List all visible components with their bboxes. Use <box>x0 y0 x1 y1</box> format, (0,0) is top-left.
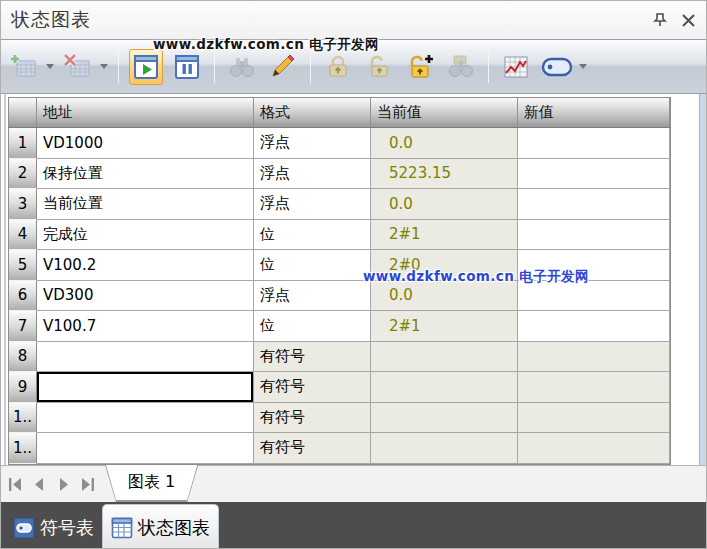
lock-force-all-button[interactable] <box>403 49 437 85</box>
format-cell[interactable]: 浮点 <box>254 159 371 190</box>
address-cell[interactable]: 完成位 <box>37 220 254 251</box>
new-value-cell[interactable] <box>518 372 670 403</box>
prev-sheet-icon[interactable] <box>32 476 47 492</box>
table-row: 9 有符号 <box>9 372 670 403</box>
lock-unforce-button[interactable] <box>362 49 396 85</box>
new-value-cell[interactable] <box>518 311 670 342</box>
current-value-cell[interactable] <box>371 403 518 434</box>
row-number-cell[interactable]: 1.. <box>9 403 37 434</box>
address-cell[interactable] <box>37 342 254 373</box>
title-bar: 状态图表 <box>1 1 706 39</box>
row-number-cell[interactable]: 8 <box>9 342 37 373</box>
format-cell[interactable]: 浮点 <box>254 189 371 220</box>
current-value-cell[interactable]: 0.0 <box>371 281 518 312</box>
delete-chart-dropdown-arrow-icon[interactable] <box>100 64 108 69</box>
address-cell[interactable] <box>37 372 254 403</box>
current-value-cell[interactable]: 2#1 <box>371 311 518 342</box>
new-value-cell[interactable] <box>518 281 670 312</box>
table-row: 4 完成位 位 2#1 <box>9 220 670 251</box>
current-value-cell[interactable]: 5223.15 <box>371 159 518 190</box>
tag-button[interactable] <box>540 49 574 85</box>
format-cell[interactable]: 有符号 <box>254 372 371 403</box>
sheet-tab-label: 图表 1 <box>106 465 197 500</box>
pencil-write-button[interactable] <box>266 49 300 85</box>
row-number-cell[interactable]: 6 <box>9 281 37 312</box>
row-number-cell[interactable]: 7 <box>9 311 37 342</box>
address-cell[interactable]: V100.2 <box>37 250 254 281</box>
last-sheet-icon[interactable] <box>80 476 95 492</box>
address-cell[interactable] <box>37 403 254 434</box>
first-sheet-icon[interactable] <box>8 476 23 492</box>
next-sheet-icon[interactable] <box>56 476 71 492</box>
status-chart-table-icon <box>111 517 133 539</box>
delete-chart-table-button[interactable] <box>61 49 95 85</box>
row-number-cell[interactable]: 4 <box>9 220 37 251</box>
lock-force-button[interactable] <box>321 49 355 85</box>
current-value-cell[interactable]: 2#0 <box>371 250 518 281</box>
add-chart-table-button[interactable] <box>7 49 41 85</box>
sheet-tab-bar: 图表 1 <box>1 465 706 502</box>
address-cell[interactable] <box>37 433 254 464</box>
format-cell[interactable]: 位 <box>254 250 371 281</box>
header-address[interactable]: 地址 <box>37 98 254 127</box>
current-value-cell[interactable] <box>371 372 518 403</box>
address-cell[interactable]: 当前位置 <box>37 189 254 220</box>
address-cell[interactable]: VD300 <box>37 281 254 312</box>
new-value-cell[interactable] <box>518 250 670 281</box>
tab-symbol-table-label: 符号表 <box>40 516 94 540</box>
tab-symbol-table[interactable]: 符号表 <box>5 506 102 549</box>
new-value-cell[interactable] <box>518 220 670 251</box>
sheet-nav <box>1 466 105 502</box>
header-current-value[interactable]: 当前值 <box>371 98 518 127</box>
close-icon[interactable] <box>678 10 698 30</box>
toolbar-separator <box>488 51 489 83</box>
panel-title: 状态图表 <box>11 7 642 33</box>
format-cell[interactable]: 浮点 <box>254 281 371 312</box>
row-number-cell[interactable]: 1.. <box>9 433 37 464</box>
address-cell[interactable]: V100.7 <box>37 311 254 342</box>
format-cell[interactable]: 有符号 <box>254 433 371 464</box>
pin-icon[interactable] <box>650 10 670 30</box>
format-cell[interactable]: 浮点 <box>254 128 371 159</box>
row-number-cell[interactable]: 2 <box>9 159 37 190</box>
header-corner <box>9 98 37 127</box>
tag-dropdown-arrow-icon[interactable] <box>579 64 587 69</box>
new-value-cell[interactable] <box>518 189 670 220</box>
status-grid-body: 1 VD1000 浮点 0.0 2 保持位置 浮点 5223.15 3 当前位置… <box>9 128 670 464</box>
address-cell[interactable]: VD1000 <box>37 128 254 159</box>
new-value-cell[interactable] <box>518 128 670 159</box>
current-value-cell[interactable]: 0.0 <box>371 189 518 220</box>
header-new-value[interactable]: 新值 <box>518 98 670 127</box>
format-cell[interactable]: 有符号 <box>254 403 371 434</box>
tab-status-chart-label: 状态图表 <box>138 516 210 540</box>
current-value-cell[interactable] <box>371 342 518 373</box>
trend-chart-button[interactable] <box>499 49 533 85</box>
binoculars-read-button[interactable] <box>225 49 259 85</box>
new-value-cell[interactable] <box>518 342 670 373</box>
row-number-cell[interactable]: 5 <box>9 250 37 281</box>
current-value-cell[interactable]: 0.0 <box>371 128 518 159</box>
new-value-cell[interactable] <box>518 433 670 464</box>
chart-status-read-button[interactable] <box>129 49 163 85</box>
sheet-tab-chart1[interactable]: 图表 1 <box>105 465 198 502</box>
tab-status-chart[interactable]: 状态图表 <box>102 504 219 549</box>
format-cell[interactable]: 有符号 <box>254 342 371 373</box>
format-cell[interactable]: 位 <box>254 220 371 251</box>
pause-chart-button[interactable] <box>170 49 204 85</box>
current-value-cell[interactable] <box>371 433 518 464</box>
binoculars-read-forced-button[interactable] <box>444 49 478 85</box>
toolbar <box>1 39 706 94</box>
table-row: 5 V100.2 位 2#0 <box>9 250 670 281</box>
format-cell[interactable]: 位 <box>254 311 371 342</box>
row-number-cell[interactable]: 3 <box>9 189 37 220</box>
address-cell[interactable]: 保持位置 <box>37 159 254 190</box>
new-value-cell[interactable] <box>518 403 670 434</box>
new-value-cell[interactable] <box>518 159 670 190</box>
status-grid: 地址 格式 当前值 新值 1 VD1000 浮点 0.0 2 保持位置 浮点 5… <box>8 97 671 465</box>
add-chart-dropdown-arrow-icon[interactable] <box>46 64 54 69</box>
current-value-cell[interactable]: 2#1 <box>371 220 518 251</box>
row-number-cell[interactable]: 9 <box>9 372 37 403</box>
panel-left-edge <box>4 94 6 465</box>
header-format[interactable]: 格式 <box>254 98 371 127</box>
row-number-cell[interactable]: 1 <box>9 128 37 159</box>
